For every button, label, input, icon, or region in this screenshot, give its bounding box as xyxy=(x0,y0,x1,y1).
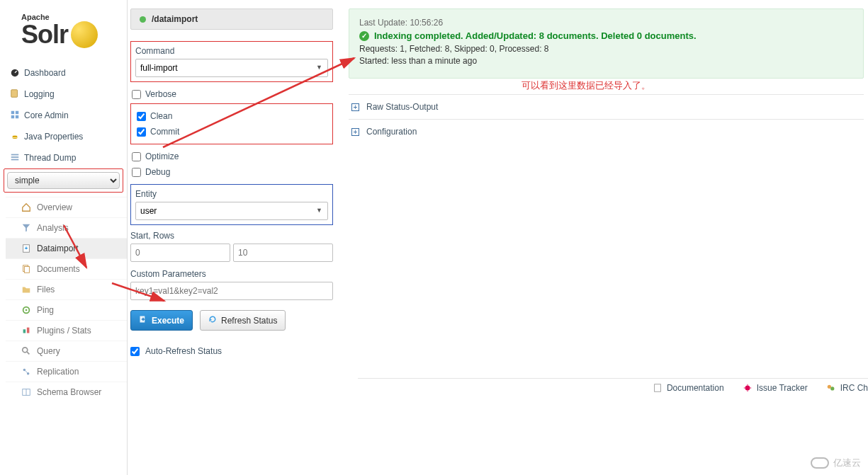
search-icon xyxy=(21,346,31,356)
status-started: Started: less than a minute ago xyxy=(359,56,853,66)
nav-java-properties[interactable]: Java Properties xyxy=(0,126,127,147)
debug-label: Debug xyxy=(145,167,170,177)
entity-select[interactable]: user xyxy=(135,202,328,220)
folder-icon xyxy=(21,285,31,294)
page-title: /dataimport xyxy=(152,14,198,24)
custom-params-label: Custom Parameters xyxy=(130,269,333,279)
status-headline: ✓ Indexing completed. Added/Updated: 8 d… xyxy=(359,30,853,41)
svg-rect-16 xyxy=(27,328,30,333)
replication-icon xyxy=(21,367,31,377)
optimize-label: Optimize xyxy=(145,151,179,161)
optimize-checkbox[interactable] xyxy=(132,152,141,161)
issue-tracker-link[interactable]: Issue Tracker xyxy=(743,383,808,393)
svg-point-24 xyxy=(827,385,830,389)
ping-icon xyxy=(21,305,31,315)
svg-rect-9 xyxy=(11,159,19,161)
svg-rect-1 xyxy=(11,90,18,98)
cores-icon xyxy=(10,110,20,120)
subnav-files[interactable]: Files xyxy=(6,279,127,299)
subnav-ping[interactable]: Ping xyxy=(6,299,127,320)
custom-params-input[interactable] xyxy=(130,282,333,300)
subnav-analysis[interactable]: Analysis xyxy=(6,217,127,238)
debug-checkbox[interactable] xyxy=(132,168,141,177)
refresh-icon xyxy=(208,315,217,326)
log-icon xyxy=(10,88,20,98)
svg-rect-3 xyxy=(16,111,18,114)
clean-checkbox[interactable] xyxy=(137,112,146,121)
logo: Apache Solr xyxy=(0,13,127,62)
status-box: Last Update: 10:56:26 ✓ Indexing complet… xyxy=(349,8,864,79)
nav-core-admin[interactable]: Core Admin xyxy=(0,105,127,126)
verbose-label: Verbose xyxy=(145,89,176,99)
raw-status-expander[interactable]: + Raw Status-Output xyxy=(349,94,864,119)
java-icon xyxy=(10,131,20,141)
import-icon xyxy=(21,244,31,253)
auto-refresh-checkbox[interactable] xyxy=(130,347,140,356)
plugin-icon xyxy=(21,326,31,336)
configuration-expander[interactable]: + Configuration xyxy=(349,119,864,144)
sun-icon xyxy=(71,21,98,48)
startrows-label: Start, Rows xyxy=(130,231,333,241)
expand-icon: + xyxy=(351,103,359,111)
cloud-icon xyxy=(811,457,829,469)
status-dot-icon xyxy=(140,16,146,23)
svg-point-23 xyxy=(745,386,750,391)
footer-links: Documentation Issue Tracker IRC Ch xyxy=(358,378,868,397)
home-icon xyxy=(21,202,31,212)
svg-rect-12 xyxy=(24,267,29,273)
core-selector[interactable]: simple xyxy=(7,172,120,189)
irc-link[interactable]: IRC Ch xyxy=(826,383,868,393)
nav-logging[interactable]: Logging xyxy=(0,84,127,105)
execute-button[interactable]: Execute xyxy=(130,310,193,331)
sidebar: Apache Solr Dashboard Logging Core Admin… xyxy=(0,0,128,475)
page-header: /dataimport xyxy=(130,8,333,30)
threads-icon xyxy=(10,152,20,162)
subnav-documents[interactable]: Documents xyxy=(6,258,127,279)
commit-checkbox[interactable] xyxy=(137,127,146,137)
command-select[interactable]: full-import xyxy=(135,59,328,77)
svg-rect-15 xyxy=(23,329,26,333)
book-icon xyxy=(21,387,31,397)
svg-point-6 xyxy=(13,136,18,138)
subnav-replication[interactable]: Replication xyxy=(6,361,127,382)
clean-commit-group: Clean Commit xyxy=(130,103,333,144)
command-group: Command full-import xyxy=(130,41,333,82)
subnav-plugins[interactable]: Plugins / Stats xyxy=(6,320,127,340)
commit-label: Commit xyxy=(150,127,179,137)
command-label: Command xyxy=(135,46,328,56)
svg-rect-22 xyxy=(655,384,661,392)
entity-label: Entity xyxy=(135,189,328,199)
logo-solr: Solr xyxy=(21,21,120,48)
success-icon: ✓ xyxy=(359,31,369,41)
watermark: 亿速云 xyxy=(811,457,861,469)
status-requests: Requests: 1, Fetched: 8, Skipped: 0, Pro… xyxy=(359,44,853,54)
status-column: Last Update: 10:56:26 ✓ Indexing complet… xyxy=(349,8,868,475)
entity-group: Entity user xyxy=(130,184,333,225)
subnav-query[interactable]: Query xyxy=(6,340,127,361)
clean-label: Clean xyxy=(150,111,172,121)
gauge-icon xyxy=(10,67,20,77)
funnel-icon xyxy=(21,223,31,233)
documentation-link[interactable]: Documentation xyxy=(653,383,724,393)
svg-point-17 xyxy=(23,348,28,353)
subnav-dataimport[interactable]: Dataimport xyxy=(6,238,127,258)
subnav-schema-browser[interactable]: Schema Browser xyxy=(6,382,127,402)
expand-icon: + xyxy=(351,128,359,136)
svg-point-25 xyxy=(830,387,834,390)
subnav-overview[interactable]: Overview xyxy=(6,197,127,217)
start-input[interactable] xyxy=(130,244,230,262)
execute-icon xyxy=(139,315,147,326)
verbose-checkbox[interactable] xyxy=(132,90,141,99)
refresh-status-button[interactable]: Refresh Status xyxy=(200,310,286,331)
nav-thread-dump[interactable]: Thread Dump xyxy=(0,147,127,168)
svg-point-14 xyxy=(26,309,28,311)
svg-rect-8 xyxy=(11,156,19,158)
main: /dataimport Command full-import Verbose … xyxy=(128,0,868,475)
core-selector-wrap: simple xyxy=(4,168,123,193)
annotation-note: 可以看到这里数据已经导入了。 xyxy=(522,79,650,92)
svg-rect-5 xyxy=(16,115,18,118)
nav-dashboard[interactable]: Dashboard xyxy=(0,62,127,84)
form-column: /dataimport Command full-import Verbose … xyxy=(128,8,333,475)
rows-input[interactable] xyxy=(233,244,333,262)
documents-icon xyxy=(21,264,31,274)
